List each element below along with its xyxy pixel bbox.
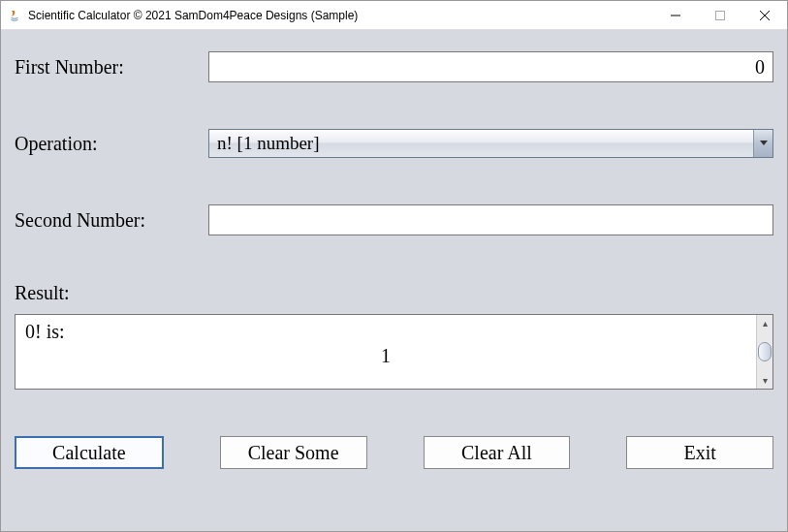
second-number-label: Second Number:	[15, 209, 208, 232]
svg-rect-1	[716, 11, 725, 19]
calculate-button[interactable]: Calculate	[15, 436, 164, 469]
operation-row: Operation: n! [1 number]	[15, 129, 773, 158]
first-number-row: First Number:	[15, 51, 773, 82]
first-number-input[interactable]	[208, 51, 773, 82]
clear-some-button[interactable]: Clear Some	[220, 436, 367, 469]
exit-button[interactable]: Exit	[626, 436, 773, 469]
java-icon	[7, 8, 22, 23]
operation-label: Operation:	[15, 133, 208, 155]
app-window: Scientific Calculator © 2021 SamDom4Peac…	[0, 0, 788, 532]
scroll-up-icon[interactable]: ▴	[757, 315, 772, 331]
result-line-2: 1	[25, 345, 746, 367]
operation-value: n! [1 number]	[209, 133, 753, 154]
svg-marker-4	[760, 141, 768, 145]
result-box: 0! is: 1 ▴ ▾	[15, 314, 773, 390]
result-header: Result:	[15, 282, 773, 304]
close-button[interactable]	[742, 1, 787, 29]
maximize-button[interactable]	[698, 1, 742, 29]
chevron-down-icon[interactable]	[753, 130, 772, 157]
result-textarea[interactable]: 0! is: 1	[16, 315, 756, 389]
result-scrollbar[interactable]: ▴ ▾	[756, 315, 772, 389]
window-title: Scientific Calculator © 2021 SamDom4Peac…	[28, 9, 653, 22]
operation-combobox[interactable]: n! [1 number]	[208, 129, 773, 158]
window-controls	[653, 1, 787, 29]
second-number-input[interactable]	[208, 204, 773, 235]
clear-all-button[interactable]: Clear All	[424, 436, 571, 469]
minimize-button[interactable]	[653, 1, 698, 29]
result-label: Result:	[15, 282, 70, 304]
second-number-row: Second Number:	[15, 204, 773, 235]
button-row: Calculate Clear Some Clear All Exit	[15, 436, 773, 469]
titlebar: Scientific Calculator © 2021 SamDom4Peac…	[1, 1, 787, 30]
first-number-label: First Number:	[15, 56, 208, 78]
scroll-down-icon[interactable]: ▾	[757, 372, 772, 389]
scroll-thumb[interactable]	[758, 342, 772, 361]
result-line-1: 0! is:	[25, 321, 746, 343]
client-area: First Number: Operation: n! [1 number] S…	[1, 30, 787, 531]
